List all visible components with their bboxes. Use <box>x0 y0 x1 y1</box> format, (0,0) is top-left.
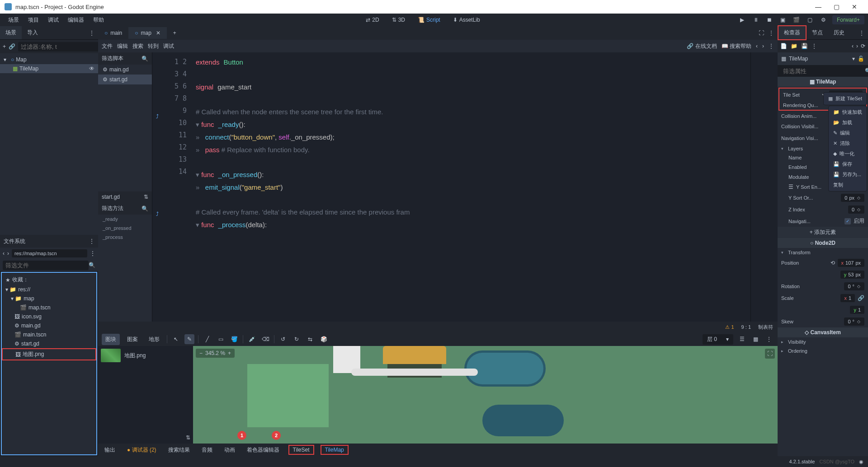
tilemap-viewport[interactable]: − 345.2 % + ⛶ 1 2 <box>193 346 778 444</box>
method-on-pressed[interactable]: _on_pressed <box>98 224 152 233</box>
transform-title[interactable]: Transform <box>788 250 864 255</box>
minimize-button[interactable]: — <box>809 3 827 10</box>
status-indicator-icon[interactable]: ◉ <box>859 459 863 465</box>
menu-save[interactable]: 💾 保存 <box>829 159 867 169</box>
view-3d-button[interactable]: ⇅ 3D <box>388 15 409 25</box>
bottom-tab-search[interactable]: 搜索结果 <box>165 444 193 456</box>
rotation-value[interactable]: 0° ◇ <box>844 282 864 290</box>
menu-debug[interactable]: 调试 <box>43 14 63 26</box>
toolbar-file[interactable]: 文件 <box>102 42 113 50</box>
revert-icon[interactable]: ⟲ <box>830 260 835 266</box>
bottom-tab-audio[interactable]: 音频 <box>199 444 215 456</box>
bucket-tool-icon[interactable]: 🪣 <box>229 334 239 344</box>
nav-fwd-icon[interactable]: › <box>762 43 764 49</box>
scene-node-root[interactable]: ▾ ○ Map <box>0 55 98 64</box>
toolbar-debug[interactable]: 调试 <box>163 42 174 50</box>
menu-copy[interactable]: 复制 <box>829 180 867 190</box>
select-tool-icon[interactable]: ↖ <box>171 334 181 344</box>
toolbar-goto[interactable]: 转到 <box>148 42 159 50</box>
flip-h-icon[interactable]: ⇆ <box>305 334 315 344</box>
scale-x-value[interactable]: x 1 <box>840 294 855 302</box>
movie-button[interactable]: 🎬 <box>792 15 802 25</box>
tab-history[interactable]: 历史 <box>828 26 850 39</box>
view-script-button[interactable]: 📜 Script <box>414 15 444 25</box>
view-2d-button[interactable]: ⇄ 2D <box>362 15 382 25</box>
menu-edit[interactable]: ✎ 编辑 <box>829 128 867 138</box>
position-x-value[interactable]: x 107 px <box>838 259 864 267</box>
tab-scene[interactable]: 场景 <box>0 26 22 39</box>
fs-tileset-png[interactable]: 🖼 地图.png <box>2 348 96 360</box>
insp-history-icon[interactable]: ⟳ <box>861 43 865 49</box>
file-tab-main[interactable]: ○ main <box>98 27 128 39</box>
toolbar-menu-icon[interactable]: ⋮ <box>769 43 774 49</box>
rotate-ccw-icon[interactable]: ↺ <box>278 334 288 344</box>
insp-save-icon[interactable]: 💾 <box>801 43 808 49</box>
method-ready[interactable]: _ready <box>98 215 152 224</box>
file-tab-map[interactable]: ○ map ✕ <box>128 27 167 39</box>
online-docs-button[interactable]: 🔗 在线文档 <box>687 42 717 50</box>
bottom-tab-output[interactable]: 输出 <box>102 444 118 456</box>
menu-quick-load[interactable]: 📁 快速加载 <box>829 107 867 117</box>
script-list-start[interactable]: ⚙ start.gd <box>98 75 152 84</box>
section-canvas-item[interactable]: ◇ CanvasItem <box>778 327 868 337</box>
menu-load[interactable]: 📂 加载 <box>829 117 867 128</box>
inspector-filter-input[interactable] <box>780 66 862 76</box>
fullscreen-button[interactable]: ⛶ <box>759 30 764 36</box>
zindex-value[interactable]: 0 ◇ <box>848 205 864 214</box>
insp-back-icon[interactable]: ‹ <box>852 43 854 49</box>
nav-fwd-button[interactable]: › <box>7 250 9 257</box>
position-y-value[interactable]: y 53 px <box>840 271 864 279</box>
collapse-icon[interactable]: ▾ <box>4 56 9 63</box>
filesys-nav-menu[interactable]: ⋮ <box>90 250 95 257</box>
close-button[interactable]: ✕ <box>845 3 863 10</box>
new-tab-button[interactable]: + <box>167 27 183 39</box>
scale-y-value[interactable]: y 1 <box>850 306 864 314</box>
bottom-tab-tilemap[interactable]: TileMap <box>321 445 349 455</box>
code-content[interactable]: extends Button signal game_start # Calle… <box>192 52 750 322</box>
rotate-cw-icon[interactable]: ↻ <box>292 334 302 344</box>
menu-clear[interactable]: ✕ 清除 <box>829 138 867 149</box>
random-tool-icon[interactable]: 🎲 <box>319 334 329 344</box>
tileset-sort-icon[interactable]: ⇅ <box>98 432 193 444</box>
fs-main-tscn[interactable]: 🎬 main.tscn <box>2 330 96 339</box>
ordering-group[interactable]: Ordering <box>788 348 864 354</box>
indent-mode[interactable]: 制表符 <box>758 324 773 331</box>
tab-inspector[interactable]: 检查器 <box>778 25 807 40</box>
script-tab-menu[interactable]: ⋮ <box>769 30 774 36</box>
warning-indicator[interactable]: ⚠ 1 <box>725 324 734 330</box>
insp-load-icon[interactable]: 📁 <box>791 43 797 49</box>
bottom-tab-tileset[interactable]: TileSet <box>288 445 314 455</box>
visibility-group[interactable]: Visibility <box>788 339 864 345</box>
play-button[interactable]: ▶ <box>737 15 747 25</box>
tilemap-tab-patterns[interactable]: 图案 <box>123 334 142 345</box>
filesys-path[interactable]: res://map/map.tscn <box>12 249 87 257</box>
link-scale-icon[interactable]: 🔗 <box>858 295 864 301</box>
picker-tool-icon[interactable]: 💉 <box>247 334 257 344</box>
tileset-item[interactable]: 地图.png <box>98 346 193 365</box>
pause-button[interactable]: ⏸ <box>751 15 761 25</box>
insp-new-icon[interactable]: 📄 <box>780 43 787 49</box>
menu-project[interactable]: 项目 <box>24 14 43 26</box>
filesys-filter-input[interactable] <box>3 261 89 270</box>
menu-help[interactable]: 帮助 <box>89 14 108 26</box>
menu-new-tileset[interactable]: ▦ 新建 TileSet <box>824 93 867 104</box>
bottom-tab-debugger[interactable]: ● 调试器 (2) <box>124 444 159 456</box>
fs-favorites[interactable]: ★ 收藏： <box>2 275 96 285</box>
paint-tool-icon[interactable]: ✎ <box>184 334 194 344</box>
lock-icon[interactable]: 🔓 <box>858 56 864 62</box>
tilemap-tab-terrain[interactable]: 地形 <box>145 334 163 345</box>
menu-save-as[interactable]: 💾 另存为... <box>829 169 867 180</box>
search-help-button[interactable]: 📖 搜索帮助 <box>722 42 751 50</box>
stop-button[interactable]: ⏹ <box>764 15 774 25</box>
tilemap-menu-icon[interactable]: ⋮ <box>764 334 774 344</box>
sort-icon[interactable]: ⇅ <box>144 194 148 200</box>
fs-folder-map[interactable]: ▾ 📁 map <box>2 294 96 303</box>
skew-value[interactable]: 0° ◇ <box>844 318 864 326</box>
tilemap-tab-tiles[interactable]: 图块 <box>102 334 120 345</box>
tab-import[interactable]: 导入 <box>22 26 43 39</box>
scene-node-tilemap[interactable]: ▦ TileMap 👁 <box>0 64 98 73</box>
visibility-eye-icon[interactable]: 👁 <box>89 65 94 72</box>
rect-tool-icon[interactable]: ▭ <box>216 334 226 344</box>
filesys-menu[interactable]: ⋮ <box>89 238 94 244</box>
bottom-tab-shader[interactable]: 着色器编辑器 <box>244 444 282 456</box>
